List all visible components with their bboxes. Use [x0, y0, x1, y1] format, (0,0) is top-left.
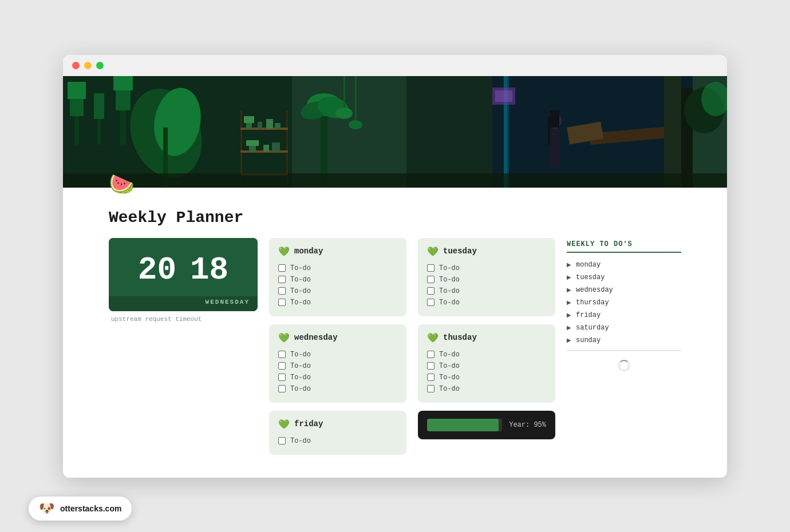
close-button[interactable]	[72, 62, 80, 69]
day-name: wednesday	[294, 333, 338, 342]
svg-rect-24	[263, 145, 269, 152]
day-card-friday: 💚 friday To-do	[269, 411, 406, 455]
todo-item: To-do	[278, 285, 397, 297]
weekly-todo-item-monday[interactable]: ▶ monday	[567, 261, 681, 269]
todo-text: To-do	[439, 287, 460, 295]
todo-text: To-do	[290, 299, 311, 307]
todo-text: To-do	[290, 385, 311, 393]
svg-point-36	[349, 120, 362, 129]
svg-rect-11	[113, 76, 133, 90]
day-header: 💚 wednesday	[278, 332, 397, 343]
flip-clock-card: 20 18 WEDNESDAY	[109, 238, 258, 311]
spinner-icon	[618, 360, 630, 371]
todo-checkbox[interactable]	[278, 385, 286, 392]
minimize-button[interactable]	[84, 62, 92, 69]
day-header: 💚 tuesday	[427, 246, 546, 257]
weekly-todo-label: friday	[576, 311, 601, 319]
svg-rect-37	[406, 76, 492, 188]
heart-icon: 💚	[278, 419, 290, 430]
todo-checkbox[interactable]	[427, 264, 434, 272]
weekly-todo-item-saturday[interactable]: ▶ saturday	[567, 324, 681, 332]
todo-checkbox[interactable]	[427, 276, 434, 283]
maximize-button[interactable]	[96, 62, 104, 69]
expand-arrow-icon: ▶	[567, 337, 571, 343]
progress-label: Year: 95%	[509, 421, 546, 429]
expand-arrow-icon: ▶	[567, 324, 571, 331]
weekly-todo-label: saturday	[576, 324, 609, 332]
weekly-todo-label: wednesday	[576, 286, 613, 294]
heart-icon: 💚	[427, 332, 439, 343]
todo-checkbox[interactable]	[427, 299, 434, 306]
todo-text: To-do	[290, 264, 311, 272]
heart-icon: 💚	[278, 246, 290, 257]
site-icon: 🐶	[39, 501, 54, 516]
svg-rect-53	[63, 173, 727, 188]
day-card-monday: 💚 monday To-do To-do To-do To-do	[269, 238, 406, 316]
todo-checkbox[interactable]	[427, 385, 434, 392]
weekly-todo-item-sunday[interactable]: ▶ sunday	[567, 336, 681, 344]
title-bar	[63, 55, 727, 76]
expand-arrow-icon: ▶	[567, 261, 571, 268]
todo-checkbox[interactable]	[278, 351, 286, 358]
todo-item: To-do	[427, 383, 546, 395]
heart-icon: 💚	[427, 246, 439, 257]
todo-checkbox[interactable]	[427, 374, 434, 381]
todo-item: To-do	[278, 297, 397, 308]
todo-checkbox[interactable]	[278, 362, 286, 370]
day-name: thusday	[443, 333, 477, 342]
svg-rect-23	[246, 140, 259, 146]
todo-item: To-do	[278, 360, 397, 372]
weekly-todo-item-thursday[interactable]: ▶ thursday	[567, 299, 681, 307]
todo-checkbox[interactable]	[427, 362, 434, 370]
day-name: monday	[294, 247, 323, 256]
todo-checkbox[interactable]	[427, 351, 434, 358]
day-name: friday	[294, 419, 323, 428]
todo-item: To-do	[278, 383, 397, 395]
todo-text: To-do	[439, 385, 460, 393]
day-name: tuesday	[443, 247, 477, 256]
weekly-todo-label: thursday	[576, 299, 609, 307]
svg-rect-40	[550, 110, 559, 128]
weekly-todo-item-friday[interactable]: ▶ friday	[567, 311, 681, 319]
divider	[567, 350, 681, 351]
todo-checkbox[interactable]	[278, 374, 286, 381]
expand-arrow-icon: ▶	[567, 299, 571, 305]
site-url: otterstacks.com	[60, 504, 121, 513]
heart-icon: 💚	[278, 332, 290, 343]
todo-item: To-do	[427, 360, 546, 372]
todo-text: To-do	[439, 351, 460, 359]
weekly-todo-label: sunday	[576, 336, 601, 344]
weekly-todos-sidebar: WEEKLY TO DO'S ▶ monday ▶ tuesday ▶ wedn…	[567, 238, 681, 374]
todo-text: To-do	[439, 374, 460, 382]
svg-rect-6	[68, 82, 86, 99]
todo-checkbox[interactable]	[278, 264, 286, 272]
weekly-todo-item-wednesday[interactable]: ▶ wednesday	[567, 286, 681, 294]
page-title: Weekly Planner	[109, 209, 681, 227]
todo-checkbox[interactable]	[278, 287, 286, 295]
browser-window: 🍉 Weekly Planner 20 18 WEDNESDAY upstrea…	[63, 55, 727, 478]
todo-checkbox[interactable]	[278, 437, 286, 444]
svg-rect-20	[266, 119, 273, 129]
todo-checkbox[interactable]	[278, 276, 286, 283]
svg-rect-21	[275, 123, 281, 129]
todo-text: To-do	[439, 264, 460, 272]
weekly-todos-title: WEEKLY TO DO'S	[567, 240, 681, 253]
todo-item: To-do	[278, 274, 397, 285]
bottom-bar: 🐶 otterstacks.com	[29, 497, 132, 521]
svg-rect-19	[258, 122, 262, 129]
weekly-todo-item-tuesday[interactable]: ▶ tuesday	[567, 273, 681, 281]
loading-spinner	[567, 360, 681, 371]
expand-arrow-icon: ▶	[567, 287, 571, 293]
expand-arrow-icon: ▶	[567, 274, 571, 280]
svg-rect-35	[355, 76, 357, 122]
todo-checkbox[interactable]	[427, 287, 434, 295]
todo-text: To-do	[290, 287, 311, 295]
todo-item: To-do	[427, 372, 546, 383]
main-grid: 20 18 WEDNESDAY upstream request timeout…	[109, 238, 681, 455]
day-card-wednesday: 💚 wednesday To-do To-do To-do To-do	[269, 324, 406, 403]
todo-text: To-do	[290, 437, 311, 445]
todo-checkbox[interactable]	[278, 299, 286, 306]
todo-item: To-do	[427, 274, 546, 285]
svg-rect-25	[272, 142, 280, 152]
todo-text: To-do	[439, 299, 460, 307]
